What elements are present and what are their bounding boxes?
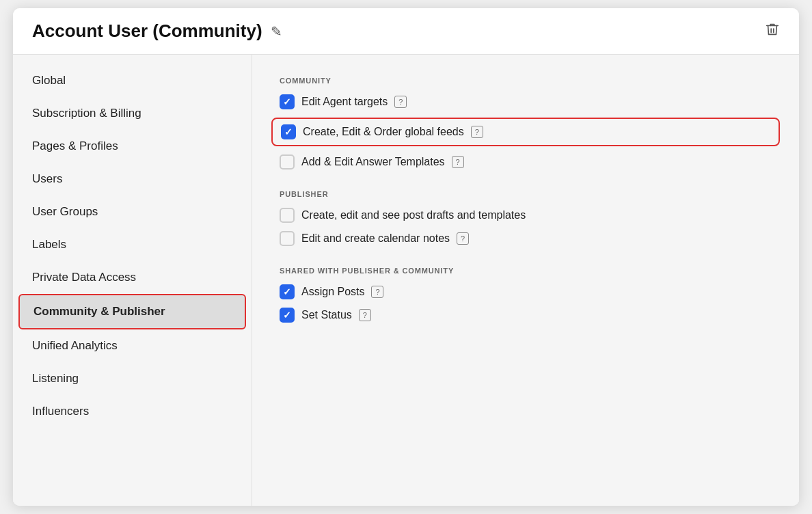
help-icon-create-edit-order-global-feeds[interactable]: ? (471, 126, 483, 138)
section-shared: SHARED WITH PUBLISHER & COMMUNITYAssign … (280, 267, 772, 323)
delete-icon[interactable] (765, 22, 780, 40)
checkbox-create-edit-order-global-feeds[interactable] (281, 124, 296, 139)
permission-assign-posts: Assign Posts? (280, 284, 772, 299)
sidebar-item-private-data-access[interactable]: Private Data Access (13, 261, 252, 294)
checkbox-edit-agent-targets[interactable] (280, 94, 295, 109)
checkbox-set-status[interactable] (280, 308, 295, 323)
sidebar-item-community-publisher[interactable]: Community & Publisher (18, 294, 246, 329)
help-icon-assign-posts[interactable]: ? (371, 286, 383, 298)
permission-edit-agent-targets: Edit Agent targets? (280, 94, 772, 109)
sidebar-item-user-groups[interactable]: User Groups (13, 195, 252, 228)
app-window: Account User (Community) ✎ GlobalSubscri… (13, 8, 799, 506)
help-icon-edit-create-calendar-notes[interactable]: ? (457, 232, 469, 245)
sidebar-item-influencers[interactable]: Influencers (13, 395, 252, 428)
help-icon-set-status[interactable]: ? (359, 309, 371, 321)
checkbox-add-edit-answer-templates[interactable] (280, 154, 295, 170)
help-icon-edit-agent-targets[interactable]: ? (394, 96, 407, 108)
checkbox-create-edit-post-drafts[interactable] (280, 208, 295, 223)
sidebar-item-subscription-billing[interactable]: Subscription & Billing (13, 97, 252, 130)
section-community: COMMUNITYEdit Agent targets?Create, Edit… (280, 77, 772, 170)
sidebar: GlobalSubscription & BillingPages & Prof… (13, 55, 252, 506)
edit-icon[interactable]: ✎ (271, 23, 282, 40)
sidebar-item-pages-profiles[interactable]: Pages & Profiles (13, 130, 252, 163)
label-create-edit-post-drafts: Create, edit and see post drafts and tem… (301, 209, 526, 221)
sidebar-item-global[interactable]: Global (13, 64, 252, 97)
label-edit-create-calendar-notes: Edit and create calendar notes (301, 232, 450, 245)
section-title-publisher: PUBLISHER (280, 190, 772, 198)
permission-create-edit-post-drafts: Create, edit and see post drafts and tem… (280, 208, 772, 223)
sidebar-item-labels[interactable]: Labels (13, 228, 252, 261)
permission-create-edit-order-global-feeds: Create, Edit & Order global feeds? (271, 118, 780, 146)
permission-add-edit-answer-templates: Add & Edit Answer Templates? (280, 154, 772, 170)
content-area: GlobalSubscription & BillingPages & Prof… (13, 55, 799, 506)
label-edit-agent-targets: Edit Agent targets (301, 96, 388, 108)
permission-set-status: Set Status? (280, 308, 772, 323)
header: Account User (Community) ✎ (13, 8, 799, 55)
checkbox-edit-create-calendar-notes[interactable] (280, 231, 295, 246)
sidebar-item-users[interactable]: Users (13, 163, 252, 195)
sidebar-item-unified-analytics[interactable]: Unified Analytics (13, 329, 252, 362)
label-set-status: Set Status (301, 309, 352, 321)
section-title-shared: SHARED WITH PUBLISHER & COMMUNITY (280, 267, 772, 275)
checkbox-assign-posts[interactable] (280, 284, 295, 299)
main-content: COMMUNITYEdit Agent targets?Create, Edit… (252, 55, 799, 506)
label-create-edit-order-global-feeds: Create, Edit & Order global feeds (303, 126, 464, 138)
permission-edit-create-calendar-notes: Edit and create calendar notes? (280, 231, 772, 246)
label-add-edit-answer-templates: Add & Edit Answer Templates (301, 156, 445, 168)
sidebar-item-listening[interactable]: Listening (13, 362, 252, 395)
label-assign-posts: Assign Posts (301, 286, 364, 298)
header-left: Account User (Community) ✎ (32, 21, 282, 42)
section-title-community: COMMUNITY (280, 77, 772, 85)
section-publisher: PUBLISHERCreate, edit and see post draft… (280, 190, 772, 246)
help-icon-add-edit-answer-templates[interactable]: ? (452, 156, 464, 168)
page-title: Account User (Community) (32, 21, 262, 42)
